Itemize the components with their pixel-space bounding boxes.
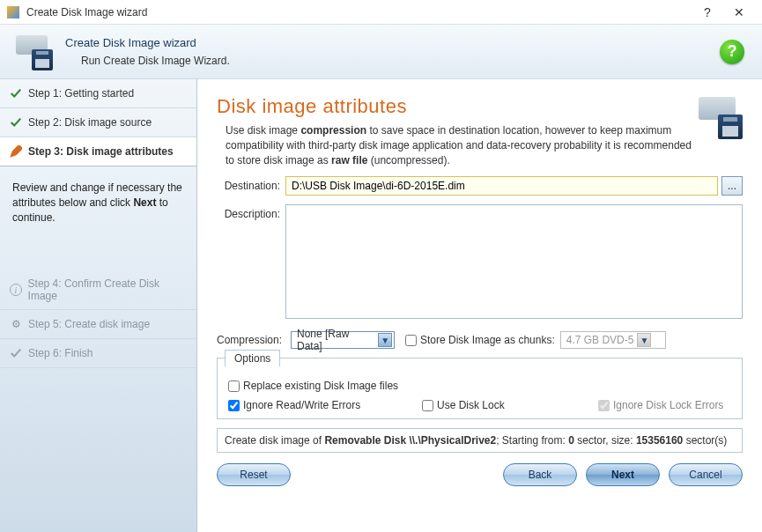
- header-title: Create Disk Image wizard: [65, 36, 230, 49]
- step-label: Step 3: Disk image attributes: [28, 145, 174, 158]
- step-6: Step 6: Finish: [0, 339, 196, 368]
- compression-label: Compression:: [217, 334, 285, 346]
- back-button[interactable]: Back: [503, 463, 577, 486]
- step-1[interactable]: Step 1: Getting started: [0, 79, 196, 108]
- page-title: Disk image attributes: [217, 95, 699, 118]
- step-label: Step 1: Getting started: [28, 87, 134, 100]
- status-summary: Create disk image of Removable Disk \\.\…: [217, 428, 743, 453]
- compression-select[interactable]: None [Raw Data] ▼: [291, 331, 395, 349]
- sidebar-instruction: Review and change if necessary the attri…: [0, 166, 196, 239]
- cancel-button[interactable]: Cancel: [669, 463, 743, 486]
- chevron-down-icon: ▼: [378, 333, 392, 347]
- close-button[interactable]: ✕: [723, 0, 755, 25]
- description-textarea[interactable]: [285, 204, 743, 319]
- window-title: Create Disk Image wizard: [26, 6, 692, 18]
- header-subtitle: Run Create Disk Image Wizard.: [65, 55, 230, 67]
- page-description: Use disk image compression to save space…: [217, 123, 692, 167]
- info-icon: i: [9, 283, 23, 297]
- destination-label: Destination:: [217, 176, 285, 192]
- next-button[interactable]: Next: [586, 463, 660, 486]
- steps-sidebar: Step 1: Getting started Step 2: Disk ima…: [0, 79, 197, 532]
- edit-icon: [9, 144, 23, 159]
- browse-button[interactable]: ...: [721, 176, 743, 196]
- reset-button[interactable]: Reset: [217, 463, 291, 486]
- options-group: Options Replace existing Disk Image file…: [217, 358, 743, 419]
- use-disk-lock-checkbox[interactable]: Use Disk Lock: [422, 399, 563, 411]
- step-3[interactable]: Step 3: Disk image attributes: [0, 137, 196, 166]
- main-panel: Disk image attributes Use disk image com…: [197, 79, 762, 532]
- app-icon: [7, 6, 19, 18]
- step-label: Step 4: Confirm Create Disk Image: [28, 277, 188, 302]
- chevron-down-icon: ▼: [637, 333, 651, 347]
- replace-files-checkbox[interactable]: Replace existing Disk Image files: [228, 380, 398, 392]
- titlebar: Create Disk Image wizard ? ✕: [0, 0, 762, 25]
- step-4: i Step 4: Confirm Create Disk Image: [0, 270, 196, 310]
- ignore-disk-lock-checkbox: Ignore Disk Lock Errors: [598, 399, 723, 411]
- step-label: Step 5: Create disk image: [28, 318, 150, 330]
- help-icon[interactable]: ?: [720, 40, 744, 64]
- step-label: Step 6: Finish: [28, 347, 92, 359]
- step-5: ⚙ Step 5: Create disk image: [0, 310, 196, 339]
- description-label: Description:: [217, 204, 285, 220]
- chunks-checkbox[interactable]: Store Disk Image as chunks:: [405, 334, 555, 346]
- check-icon: [9, 115, 23, 129]
- gear-icon: ⚙: [9, 317, 23, 331]
- step-2[interactable]: Step 2: Disk image source: [0, 108, 196, 137]
- disk-image-icon: [699, 95, 743, 139]
- help-button[interactable]: ?: [692, 0, 723, 25]
- ignore-rw-errors-checkbox[interactable]: Ignore Read/Write Errors: [228, 399, 387, 411]
- step-label: Step 2: Disk image source: [28, 116, 152, 129]
- check-icon: [9, 346, 23, 360]
- options-legend: Options: [225, 350, 280, 366]
- destination-input[interactable]: [285, 176, 718, 196]
- chunk-size-select: 4.7 GB DVD-5 ▼: [560, 331, 666, 349]
- disk-image-icon: [16, 33, 53, 70]
- check-icon: [9, 86, 23, 100]
- wizard-header: Create Disk Image wizard Run Create Disk…: [0, 25, 762, 79]
